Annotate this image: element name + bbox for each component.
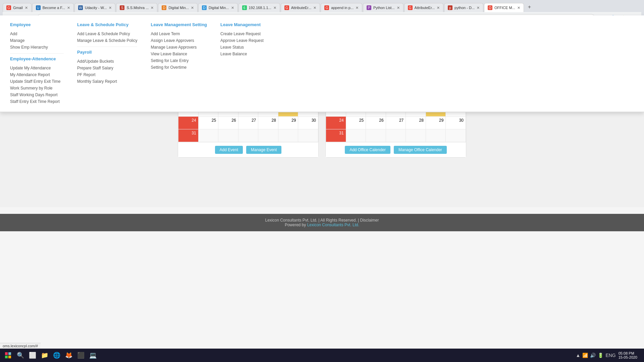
menu-item-manage[interactable]: Manage [10, 37, 64, 44]
menu-item-leave-status[interactable]: Leave Status [220, 44, 274, 51]
menu-item-add-leave-schedule[interactable]: Add Leave & Schedule Policy [77, 31, 137, 37]
menu-section-leave-mgmt-setting: Leave Management Setting Add Leave Term … [151, 22, 207, 105]
cal-cell-29[interactable]: 29 [278, 117, 298, 129]
menu-section-leave-mgmt: Leave Management Create Leave Request Ap… [220, 22, 274, 105]
menu-item-setting-late-entry[interactable]: Setting for Late Entry [151, 57, 207, 64]
tab-label: Gmail [13, 6, 23, 10]
menu-item-attendance-report[interactable]: My Attendance Report [10, 71, 64, 78]
tab-favicon-2: U [36, 5, 41, 10]
tab-close-10[interactable]: ✕ [397, 6, 400, 10]
cal2-cell-29[interactable]: 29 [426, 117, 446, 129]
tab-close-12[interactable]: ✕ [477, 6, 480, 10]
menu-item-create-leave-request[interactable]: Create Leave Request [220, 31, 274, 37]
tab-2[interactable]: U Become a F... ✕ [32, 3, 74, 12]
menu-item-monthly-salary[interactable]: Monthly Salary Report [77, 78, 137, 85]
cal2-cell-empty [426, 129, 446, 142]
menu-item-show-emp-hierarchy[interactable]: Show Emp Hierarchy [10, 44, 64, 51]
tab-close-6[interactable]: ✕ [231, 6, 234, 10]
tab-10[interactable]: P Python List... ✕ [363, 3, 404, 12]
tab-label-9: append in p... [331, 6, 354, 10]
tab-6[interactable]: D Digital Min... ✕ [198, 3, 238, 12]
tab-5[interactable]: D Digital Min... ✕ [158, 3, 198, 12]
tab-11[interactable]: G AttributeEr... ✕ [404, 3, 444, 12]
menu-item-add-leave-term[interactable]: Add Leave Term [151, 31, 207, 37]
menu-item-manage-leave-approvers[interactable]: Manage Leave Approvers [151, 44, 207, 51]
manage-event-button[interactable]: Manage Event [246, 146, 281, 154]
menu-section-leave-policy: Leave & Schedule Policy Add Leave & Sche… [77, 22, 137, 105]
menu-item-update-attendance[interactable]: Update My Attendance [10, 65, 64, 71]
page-footer: Lexicon Consultants Pvt. Ltd. | All Righ… [0, 214, 644, 231]
menu-item-staff-working-days[interactable]: Staff Working Days Report [10, 92, 64, 98]
menu-item-approve-leave-request[interactable]: Approve Leave Request [220, 37, 274, 44]
new-tab-button[interactable]: + [525, 2, 534, 12]
cal-cell-24-red[interactable]: 24 [178, 117, 199, 129]
cal-cell-28[interactable]: 28 [258, 117, 278, 129]
cal2-cell-31-red[interactable]: 31 [326, 129, 346, 142]
cal2-cell-empty [346, 129, 366, 142]
footer-powered-by: Powered by [285, 223, 306, 227]
footer-link[interactable]: Lexicon Consultants Pvt. Ltd. [307, 223, 359, 227]
tab-label-2: Become a F... [43, 6, 65, 10]
menu-item-staff-entry-exit[interactable]: Staff Entry Exit Time Report [10, 98, 64, 105]
cal-cell-empty [198, 129, 218, 142]
cal2-cell-26[interactable]: 26 [366, 117, 386, 129]
calendar-1-footer: Add Event Manage Event [178, 142, 318, 157]
cal-cell-empty [218, 129, 238, 142]
manage-office-calender-button[interactable]: Manage Office Calender [394, 146, 447, 154]
cal2-cell-empty [446, 129, 466, 142]
menu-section-title-leave-mgmt-setting: Leave Management Setting [151, 22, 207, 27]
cal2-cell-24-red[interactable]: 24 [326, 117, 346, 129]
cal2-cell-27[interactable]: 27 [386, 117, 406, 129]
tab-3[interactable]: W Udacity - W... ✕ [74, 3, 115, 12]
tab-9[interactable]: G append in p... ✕ [321, 3, 362, 12]
tab-close-2[interactable]: ✕ [67, 6, 70, 10]
tab-close-5[interactable]: ✕ [191, 6, 194, 10]
cal2-cell-30[interactable]: 30 [446, 117, 466, 129]
cal-cell-empty [238, 129, 258, 142]
tab-close-3[interactable]: ✕ [109, 6, 112, 10]
tab-13-office[interactable]: O OFFICE M... ✕ [484, 3, 524, 12]
tab-favicon-gmail: G [6, 5, 11, 10]
menu-item-pf-report[interactable]: PF Report [77, 71, 137, 78]
tab-favicon-13: O [488, 5, 492, 10]
menu-item-add[interactable]: Add [10, 31, 64, 37]
tab-close-13[interactable]: ✕ [517, 6, 520, 10]
tab-label-11: AttributeEr... [415, 6, 435, 10]
tab-4[interactable]: S S.S.Mishra ... ✕ [116, 3, 157, 12]
menu-item-manage-leave-schedule[interactable]: Manage Leave & Schedule Policy [77, 37, 137, 44]
tab-close-7[interactable]: ✕ [273, 6, 276, 10]
tab-close-9[interactable]: ✕ [356, 6, 359, 10]
menu-section-employee: Employee Add Manage Show Emp Hierarchy E… [10, 22, 64, 105]
tab-close-11[interactable]: ✕ [437, 6, 440, 10]
cal-cell-31-red[interactable]: 31 [178, 129, 199, 142]
cal-cell-30[interactable]: 30 [298, 117, 318, 129]
tab-close-4[interactable]: ✕ [151, 6, 154, 10]
tab-gmail[interactable]: G Gmail ✕ [3, 3, 32, 12]
cal2-cell-25[interactable]: 25 [346, 117, 366, 129]
tab-12[interactable]: p python - D... ✕ [444, 3, 483, 12]
add-event-button[interactable]: Add Event [215, 146, 243, 154]
menu-section-title-leave-mgmt: Leave Management [220, 22, 274, 27]
cal2-cell-empty [366, 129, 386, 142]
menu-item-update-staff-entry[interactable]: Update Staff Entry Exit Time [10, 78, 64, 85]
tab-close-gmail[interactable]: ✕ [25, 6, 28, 10]
add-office-calender-button[interactable]: Add Office Calender [345, 146, 390, 154]
tab-favicon-12: p [448, 5, 452, 10]
cal2-cell-28[interactable]: 28 [406, 117, 426, 129]
menu-item-assign-leave-approvers[interactable]: Assign Leave Approvers [151, 37, 207, 44]
menu-item-prepare-staff-salary[interactable]: Prepare Staff Salary [77, 65, 137, 71]
menu-item-add-update-buckets[interactable]: Add/Update Buckets [77, 58, 137, 65]
cal-cell-26[interactable]: 26 [218, 117, 238, 129]
cal-cell-25[interactable]: 25 [198, 117, 218, 129]
menu-item-setting-overtime[interactable]: Setting for Overtime [151, 64, 207, 71]
tab-8[interactable]: G AttributeEr... ✕ [281, 3, 320, 12]
menu-item-work-summery[interactable]: Work Summery by Role [10, 85, 64, 92]
menu-item-leave-balance[interactable]: Leave Balance [220, 51, 274, 57]
cal-cell-27[interactable]: 27 [238, 117, 258, 129]
tab-favicon-9: G [324, 5, 329, 10]
tab-close-8[interactable]: ✕ [313, 6, 316, 10]
tab-7[interactable]: 6 192.168.1.1... ✕ [238, 3, 280, 12]
tab-favicon-10: P [367, 5, 371, 10]
menu-section-title-employee: Employee [10, 22, 64, 27]
menu-item-view-leave-balance[interactable]: View Leave Balance [151, 51, 207, 57]
